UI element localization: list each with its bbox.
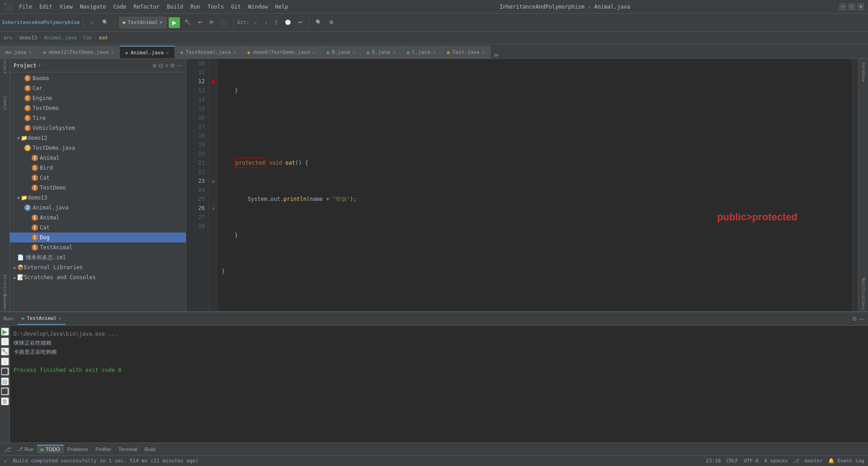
tree-item-dog[interactable]: C Dog — [10, 233, 186, 243]
tree-item-animal-13[interactable]: C Animal — [10, 213, 186, 223]
run-trash-btn[interactable]: 🗑 — [1, 397, 9, 405]
menu-tools[interactable]: Tools — [205, 3, 226, 11]
tab-testanimal-close[interactable]: ✕ — [233, 50, 236, 55]
run-wrench-btn[interactable]: 🔧 — [1, 347, 9, 356]
sidebar-database-icon[interactable]: Database — [859, 61, 868, 84]
menu-help[interactable]: Help — [272, 3, 291, 11]
bottom-toolbar-git-btn[interactable]: ⎇ Run — [14, 445, 37, 453]
run-button[interactable]: ▶ — [169, 17, 180, 28]
git-branch-label[interactable]: master — [805, 458, 823, 464]
project-dropdown-icon[interactable]: ▾ — [38, 63, 41, 68]
tree-item-tire[interactable]: C Tire — [10, 113, 186, 123]
menu-window[interactable]: Window — [245, 3, 270, 11]
breadcrumb-cat[interactable]: Cat — [83, 35, 92, 41]
bottom-settings-btn[interactable]: ⚙ — [852, 316, 857, 322]
tree-item-baoma[interactable]: C Baoma — [10, 73, 186, 83]
run-layout-btn[interactable]: ⬛ — [1, 367, 9, 376]
tab-d-close[interactable]: ✕ — [393, 50, 396, 55]
toolbar-back-btn[interactable]: ← — [87, 16, 98, 29]
breadcrumb-src[interactable]: src — [4, 35, 13, 41]
maximize-button[interactable]: □ — [848, 3, 855, 10]
tab-mo-java-close[interactable]: ✕ — [29, 50, 32, 55]
git-check-btn[interactable]: ✓ — [251, 16, 260, 29]
breakpoint-icon-12[interactable]: ● — [212, 78, 215, 85]
git-history-btn[interactable]: 🕐 — [282, 16, 294, 29]
menu-edit[interactable]: Edit — [37, 3, 55, 11]
tab-c-java[interactable]: ◉ C.java ✕ — [401, 46, 442, 58]
build-button[interactable]: 🔨 — [182, 16, 193, 29]
sidebar-toggle-commit[interactable]: Commit — [0, 99, 9, 108]
project-settings-btn[interactable]: ⚙ — [170, 62, 175, 69]
tree-item-vehiclesystem[interactable]: C VehicleSystem — [10, 123, 186, 133]
run-scroll-down-btn[interactable]: ↓ — [1, 357, 9, 366]
git-update-btn[interactable]: ↑ — [262, 16, 270, 29]
event-log-btn[interactable]: 🔔 Event Log — [828, 458, 864, 464]
sidebar-notifications-icon[interactable]: Notifications — [859, 276, 868, 311]
settings-btn[interactable]: ⚙ — [326, 16, 336, 29]
sidebar-toggle-structure[interactable]: Structure — [0, 281, 9, 290]
line-col-indicator[interactable]: 23:18 — [706, 458, 721, 464]
project-locate-btn[interactable]: ⊕ — [152, 62, 157, 69]
bottom-toolbar-problems-btn[interactable]: Profiler — [92, 446, 115, 453]
close-button[interactable]: ✕ — [857, 3, 864, 10]
bottom-toolbar-run-btn[interactable]: ▶ TODO — [37, 445, 63, 453]
toolbar-search-btn[interactable]: 🔍 — [99, 16, 111, 29]
project-collapse-btn[interactable]: ⊟ — [159, 62, 163, 69]
breadcrumb-demo13[interactable]: demo13 — [19, 35, 38, 41]
tab-test-close[interactable]: ✕ — [482, 50, 485, 55]
tab-animal-java[interactable]: ◉ Animal.java ✕ — [120, 46, 175, 58]
code-editor[interactable]: 10 11 12 13 14 15 16 17 18 19 20 21 22 2… — [186, 59, 858, 311]
tree-item-demo13[interactable]: ▼ 📁 demo13 — [10, 193, 186, 203]
tree-item-bird[interactable]: C Bird — [10, 163, 186, 173]
tree-item-testdemo-12[interactable]: C TestDemo — [10, 183, 186, 193]
menu-code[interactable]: Code — [111, 3, 129, 11]
tree-item-engine[interactable]: C Engine — [10, 93, 186, 103]
bottom-close-btn[interactable]: — — [859, 316, 864, 322]
toolbar-back2-btn[interactable]: ↩ — [195, 16, 205, 29]
indent-indicator[interactable]: 4 spaces — [764, 458, 788, 464]
sidebar-toggle-bookmarks[interactable]: Bookmarks — [0, 300, 9, 309]
tab-testdemo[interactable]: ◉ demo12\TestDemo.java ✕ — [38, 46, 120, 58]
code-lines-content[interactable]: } protected void eat() { System.out.prin… — [218, 59, 852, 311]
run-tab-close[interactable]: ✕ — [58, 316, 61, 321]
tree-item-cat-13[interactable]: C Cat — [10, 223, 186, 233]
tree-item-external-libs[interactable]: ▶ 📦 External Libraries — [10, 262, 186, 272]
search-everywhere-btn[interactable]: 🔍 — [313, 16, 325, 29]
tab-c-close[interactable]: ✕ — [433, 50, 436, 55]
run-scroll-up-btn[interactable]: ↑ — [1, 338, 9, 346]
menu-navigate[interactable]: Navigate — [77, 3, 109, 11]
tree-item-testdemo-java[interactable]: J TestDemo.java — [10, 143, 186, 153]
minimize-button[interactable]: ─ — [839, 3, 846, 10]
bottom-toolbar-build-btn[interactable] — [159, 448, 166, 450]
tree-item-cat-12[interactable]: C Cat — [10, 173, 186, 183]
bottom-toolbar-profiler-btn[interactable]: Terminal — [115, 446, 141, 453]
bottom-tab-run[interactable]: ▶ TestAnimal ✕ — [18, 313, 66, 325]
tab-overflow-btn[interactable]: ≫ — [491, 52, 502, 58]
sidebar-toggle-project[interactable]: Project — [0, 61, 9, 70]
menu-git[interactable]: Git — [228, 3, 244, 11]
tab-test-java[interactable]: ◉ Test.java ✕ — [442, 46, 491, 58]
breadcrumb-file[interactable]: Animal.java — [44, 35, 77, 41]
menu-refactor[interactable]: Refactor — [131, 3, 162, 11]
run-stop-btn[interactable]: ⬛ — [1, 387, 9, 395]
tab-animal-close[interactable]: ✕ — [166, 50, 169, 55]
crlf-indicator[interactable]: CRLF — [726, 458, 738, 464]
tab-b-java[interactable]: ◉ B.java ✕ — [321, 46, 361, 58]
tree-item-iml[interactable]: 📄 继承和多态.iml — [10, 252, 186, 262]
menu-view[interactable]: View — [57, 3, 75, 11]
toolbar-fwd-btn[interactable]: ⟳ — [207, 16, 216, 29]
tree-item-demo12[interactable]: ▼ 📁 demo12 — [10, 133, 186, 143]
toolbar-stop-btn[interactable]: ⬛ — [218, 16, 230, 29]
tree-item-car[interactable]: C Car — [10, 83, 186, 93]
menu-file[interactable]: File — [16, 3, 35, 11]
menu-run[interactable]: Run — [188, 3, 203, 11]
tab-testdemo-close[interactable]: ✕ — [111, 50, 114, 55]
encoding-indicator[interactable]: UTF-8 — [744, 458, 759, 464]
scrollbar-area[interactable] — [852, 59, 858, 311]
git-rollback-btn[interactable]: ↩ — [296, 16, 305, 29]
tab-mo-java[interactable]: mo.java ✕ — [0, 46, 38, 58]
menu-build[interactable]: Build — [164, 3, 186, 11]
project-close-btn[interactable]: — — [177, 62, 182, 69]
tree-item-testanimal[interactable]: C TestAnimal — [10, 243, 186, 252]
tree-item-testdemo-1[interactable]: C TestDemo — [10, 103, 186, 113]
